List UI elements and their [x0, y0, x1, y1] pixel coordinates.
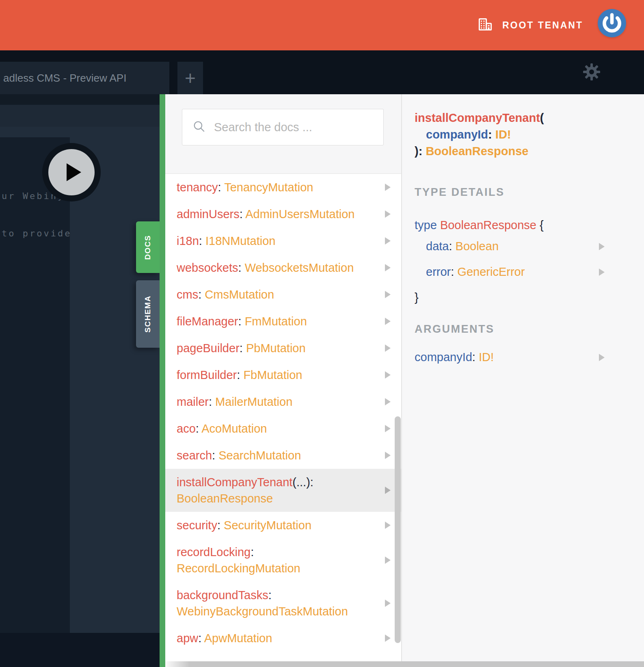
field-type: AcoMutation	[201, 422, 267, 435]
argument-row-companyId[interactable]: companyId: ID!	[415, 344, 644, 370]
schema-tab-label: SCHEMA	[143, 295, 152, 332]
tab-headless-cms-preview-api[interactable]: adless CMS - Preview API	[0, 62, 169, 94]
editor-bottom-strip	[0, 633, 160, 667]
expand-arrow-icon	[599, 269, 605, 276]
field-type: I18NMutation	[205, 234, 276, 247]
horizontal-scrollbar[interactable]	[165, 661, 644, 667]
docs-list-item-i18n[interactable]: i18n: I18NMutation	[165, 227, 401, 254]
field-type: PbMutation	[246, 342, 306, 355]
type-field-row-data[interactable]: data: Boolean	[415, 234, 644, 259]
query-editor-area: ur Webiny to provide	[0, 94, 160, 667]
punctuation: :	[199, 234, 205, 247]
editor-toolbar-band	[0, 105, 160, 127]
tenant-selector[interactable]: ROOT TENANT	[478, 0, 583, 50]
docs-list-item-fileManager[interactable]: fileManager: FmMutation	[165, 308, 401, 335]
signature-arg-type[interactable]: ID!	[495, 128, 511, 141]
docs-list-item-apw[interactable]: apw: ApwMutation	[165, 625, 401, 652]
tab-schema[interactable]: SCHEMA	[136, 280, 160, 348]
expand-arrow-icon	[385, 344, 391, 352]
punctuation: :	[240, 342, 246, 355]
docs-list-item-aco[interactable]: aco: AcoMutation	[165, 415, 401, 442]
punctuation: :	[238, 315, 245, 328]
docs-list-item-search[interactable]: search: SearchMutation	[165, 442, 401, 469]
expand-arrow-icon	[385, 600, 391, 607]
field-name: adminUsers	[177, 208, 240, 221]
punctuation: (...):	[292, 476, 313, 489]
docs-list-item-backgroundTasks[interactable]: backgroundTasks: WebinyBackgroundTaskMut…	[165, 582, 401, 625]
expand-arrow-icon	[599, 243, 605, 250]
field-detail-panel: installCompanyTenant( companyId: ID! ): …	[402, 94, 644, 667]
expand-arrow-icon	[385, 184, 391, 191]
punctuation: :	[238, 261, 245, 274]
field-name: formBuilder	[177, 368, 237, 381]
punctuation: :	[198, 632, 204, 645]
building-icon	[478, 17, 493, 33]
field-name: search	[177, 449, 212, 462]
new-tab-button[interactable]: +	[177, 62, 203, 94]
argument-type[interactable]: ID!	[479, 351, 494, 364]
field-name: recordLocking	[177, 546, 251, 559]
type-field-type[interactable]: Boolean	[456, 240, 499, 253]
expand-arrow-icon	[385, 487, 391, 494]
docs-list-item-websockets[interactable]: websockets: WebsocketsMutation	[165, 254, 401, 281]
expand-arrow-icon	[385, 371, 391, 379]
search-icon	[192, 119, 206, 135]
docs-list-item-pageBuilder[interactable]: pageBuilder: PbMutation	[165, 335, 401, 362]
expand-arrow-icon	[385, 452, 391, 459]
field-name: aco	[177, 422, 196, 435]
field-signature: installCompanyTenant( companyId: ID! ): …	[415, 110, 644, 160]
play-button[interactable]	[42, 143, 101, 201]
type-field-type[interactable]: GenericError	[457, 265, 525, 278]
punctuation: :	[237, 368, 243, 381]
docs-list-item-formBuilder[interactable]: formBuilder: FbMutation	[165, 362, 401, 388]
docs-list-item-security[interactable]: security: SecurityMutation	[165, 512, 401, 539]
punctuation: :	[217, 519, 224, 532]
field-name: fileManager	[177, 315, 238, 328]
field-name: cms	[177, 288, 198, 301]
field-name: tenancy	[177, 181, 218, 194]
search-input[interactable]	[214, 121, 368, 134]
docs-list-item-cms[interactable]: cms: CmsMutation	[165, 281, 401, 308]
expand-arrow-icon	[385, 264, 391, 271]
expand-arrow-icon	[385, 318, 391, 325]
user-avatar-button[interactable]	[598, 9, 626, 37]
field-type: MailerMutation	[215, 395, 292, 408]
field-type: BooleanResponse	[177, 492, 273, 505]
docs-list-item-tenancy[interactable]: tenancy: TenancyMutation	[165, 174, 401, 201]
expand-arrow-icon	[385, 237, 391, 245]
type-field-row-error[interactable]: error: GenericError	[415, 259, 644, 285]
signature-arg-name: companyId	[426, 128, 488, 141]
code-panel[interactable]	[0, 137, 70, 633]
docs-search[interactable]	[182, 109, 384, 145]
field-name: backgroundTasks	[177, 589, 268, 602]
field-name: i18n	[177, 234, 199, 247]
punctuation: :	[212, 449, 218, 462]
field-name: security	[177, 519, 217, 532]
vertical-scrollbar[interactable]	[395, 416, 401, 643]
type-name[interactable]: BooleanResponse	[440, 219, 536, 232]
tab-docs[interactable]: DOCS	[136, 221, 160, 273]
expand-arrow-icon	[385, 398, 391, 405]
tenant-label: ROOT TENANT	[502, 20, 583, 31]
docs-list-item-recordLocking[interactable]: recordLocking: RecordLockingMutation	[165, 539, 401, 582]
field-type: FbMutation	[243, 368, 302, 381]
field-name: installCompanyTenant	[177, 476, 292, 489]
docs-list-item-mailer[interactable]: mailer: MailerMutation	[165, 388, 401, 415]
field-type: WebsocketsMutation	[245, 261, 354, 274]
settings-gear-icon[interactable]	[582, 63, 601, 81]
field-type: CmsMutation	[205, 288, 274, 301]
field-type: SecurityMutation	[224, 519, 311, 532]
docs-tab-label: DOCS	[143, 235, 152, 260]
field-type: ApwMutation	[204, 632, 272, 645]
docs-list-item-installCompanyTenant[interactable]: installCompanyTenant(...): BooleanRespon…	[165, 469, 401, 512]
docs-list-item-adminUsers[interactable]: adminUsers: AdminUsersMutation	[165, 201, 401, 227]
signature-field-name: installCompanyTenant	[415, 111, 540, 124]
signature-return-type[interactable]: BooleanResponse	[426, 145, 528, 158]
expand-arrow-icon	[385, 557, 391, 564]
top-header: ROOT TENANT	[0, 0, 644, 50]
type-definition-line: type BooleanResponse {	[415, 217, 644, 234]
arguments-heading: ARGUMENTS	[415, 323, 644, 336]
expand-arrow-icon	[385, 425, 391, 432]
expand-arrow-icon	[385, 210, 391, 218]
plus-icon: +	[185, 67, 196, 89]
